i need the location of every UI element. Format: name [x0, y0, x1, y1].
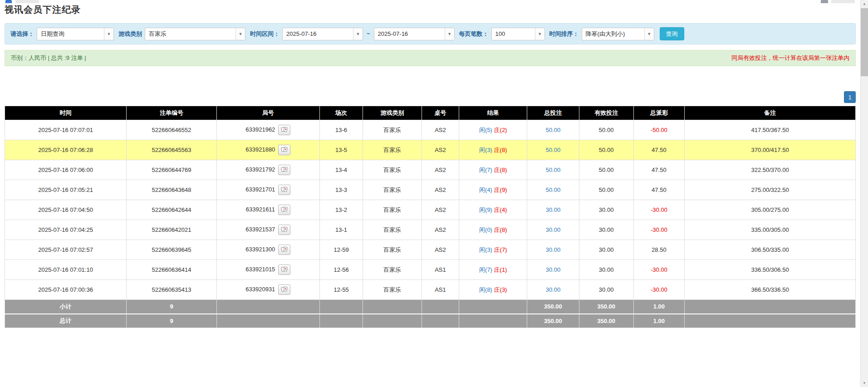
round-number: 633921300	[245, 246, 275, 253]
scroll-up-icon[interactable]: ▲	[861, 0, 868, 8]
cell-table-number: AS2	[422, 140, 459, 160]
cell-game-type: 百家乐	[363, 280, 422, 300]
view-cards-button[interactable]	[278, 225, 290, 235]
time-sort-select[interactable]: 降幂(由大到小) ▼	[582, 28, 654, 40]
view-cards-button[interactable]	[278, 185, 290, 195]
cell-total-bet[interactable]: 30.00	[527, 280, 579, 300]
view-cards-button[interactable]	[278, 245, 290, 255]
table-row: 2025-07-16 07:05:21522660643648633921701…	[5, 180, 856, 200]
currency-summary-text: 币别：人民币 | 总共 :9 注单 |	[11, 54, 86, 62]
cell-game-type: 百家乐	[363, 240, 422, 260]
cell-session: 13-6	[319, 120, 363, 140]
result-banker: 庄(9)	[494, 186, 507, 193]
summary-cell	[459, 314, 527, 328]
time-sort-value: 降幂(由大到小)	[582, 30, 625, 38]
result-player: 闲(3)	[479, 147, 492, 153]
cell-note: 366.50/336.50	[685, 280, 856, 300]
cell-game-type: 百家乐	[363, 220, 422, 240]
cell-total-bet[interactable]: 50.00	[527, 180, 579, 200]
info-bar: 币别：人民币 | 总共 :9 注单 | 同局有效投注，统一计算在该局第一张注单内	[5, 50, 856, 66]
chevron-down-icon[interactable]: ▼	[535, 28, 544, 40]
chevron-down-icon[interactable]: ▼	[235, 28, 245, 40]
page-icon[interactable]	[5, 0, 12, 3]
summary-cell: 9	[127, 314, 217, 328]
view-cards-button[interactable]	[278, 145, 290, 155]
grid-icon[interactable]	[821, 0, 828, 3]
view-cards-button[interactable]	[278, 125, 290, 135]
cell-game-type: 百家乐	[363, 160, 422, 180]
cell-total-bet[interactable]: 50.00	[527, 120, 579, 140]
result-banker: 庄(3)	[494, 286, 507, 293]
scroll-down-icon[interactable]: ▼	[861, 379, 868, 387]
chevron-down-icon[interactable]: ▼	[644, 28, 654, 40]
table-head: 时间注单编号局号场次游戏类别桌号结果总投注有效投注总派彩备注	[5, 106, 856, 120]
result-banker: 庄(2)	[494, 127, 507, 133]
toolbar-tab-stub[interactable]	[15, 0, 39, 3]
page-title: 视讯会员下注纪录	[5, 4, 856, 16]
playing-cards-icon	[281, 226, 288, 234]
cell-session: 12-59	[319, 240, 363, 260]
cell-total-bet[interactable]: 50.00	[527, 140, 579, 160]
cell-total-bet[interactable]: 30.00	[527, 240, 579, 260]
cell-table-number: AS1	[422, 280, 459, 300]
bet-records-table: 时间注单编号局号场次游戏类别桌号结果总投注有效投注总派彩备注 2025-07-1…	[5, 106, 856, 328]
page-size-label: 每页笔数：	[459, 30, 489, 38]
cell-result: 闲(8) 庄(3)	[459, 280, 527, 300]
chevron-down-icon[interactable]: ▼	[445, 28, 454, 40]
toolbar-menu-stub[interactable]	[831, 0, 855, 3]
result-player: 闲(5)	[479, 127, 492, 133]
cell-session: 13-5	[319, 140, 363, 160]
date-to-value: 2025-07-16	[374, 30, 408, 37]
cell-total-bet[interactable]: 30.00	[527, 220, 579, 240]
page-size-select[interactable]: 100 ▼	[491, 28, 545, 40]
cell-payout: 47.50	[633, 180, 685, 200]
table-row: 2025-07-16 07:04:50522660642644633921611…	[5, 200, 856, 220]
cell-round: 633921701	[216, 180, 319, 200]
date-from-select[interactable]: 2025-07-16 ▼	[282, 28, 363, 40]
vertical-scrollbar[interactable]: ▲ ▼	[860, 0, 868, 387]
cell-valid-bet: 30.00	[579, 240, 633, 260]
cell-payout: -30.00	[633, 280, 685, 300]
view-cards-button[interactable]	[278, 265, 290, 275]
column-header: 总派彩	[633, 106, 685, 120]
column-header: 桌号	[422, 106, 459, 120]
cell-session: 13-2	[319, 200, 363, 220]
cell-bet-id: 522660646552	[127, 120, 217, 140]
cell-note: 322.50/370.00	[685, 160, 856, 180]
cell-bet-id: 522660642644	[127, 200, 217, 220]
page-number-button[interactable]: 1	[844, 91, 856, 103]
view-cards-button[interactable]	[278, 165, 290, 175]
summary-row: 小计9350.00350.001.00	[5, 300, 856, 314]
cell-payout: -30.00	[633, 200, 685, 220]
cell-bet-id: 522660642021	[127, 220, 217, 240]
cell-result: 闲(5) 庄(2)	[459, 120, 527, 140]
scrollbar-thumb[interactable]	[861, 8, 868, 76]
cell-time: 2025-07-16 07:07:01	[5, 120, 127, 140]
table-header-row: 时间注单编号局号场次游戏类别桌号结果总投注有效投注总派彩备注	[5, 106, 856, 120]
table-row: 2025-07-16 07:04:25522660642021633921537…	[5, 220, 856, 240]
view-cards-button[interactable]	[278, 205, 290, 215]
column-header: 总投注	[527, 106, 579, 120]
cell-total-bet[interactable]: 50.00	[527, 160, 579, 180]
search-button[interactable]: 查询	[660, 27, 684, 40]
date-to-select[interactable]: 2025-07-16 ▼	[374, 28, 455, 40]
playing-cards-icon	[281, 186, 288, 194]
view-cards-button[interactable]	[278, 284, 290, 295]
result-player: 闲(8)	[479, 286, 492, 293]
summary-cell	[363, 300, 422, 314]
chevron-down-icon[interactable]: ▼	[353, 28, 363, 40]
result-player: 闲(7)	[479, 266, 492, 273]
table-row: 2025-07-16 07:02:57522660639645633921300…	[5, 240, 856, 260]
query-type-select[interactable]: 日期查询 ▼	[37, 28, 114, 40]
cell-total-bet[interactable]: 30.00	[527, 200, 579, 220]
chevron-down-icon[interactable]: ▼	[104, 28, 113, 40]
cell-payout: 47.50	[633, 160, 685, 180]
cell-note: 275.00/322.50	[685, 180, 856, 200]
cell-table-number: AS1	[422, 260, 459, 280]
playing-cards-icon	[281, 127, 288, 134]
playing-cards-icon	[281, 147, 288, 154]
summary-cell	[319, 314, 363, 328]
cell-result: 闲(3) 庄(7)	[459, 240, 527, 260]
cell-total-bet[interactable]: 30.00	[527, 260, 579, 280]
game-type-select[interactable]: 百家乐 ▼	[145, 28, 245, 40]
